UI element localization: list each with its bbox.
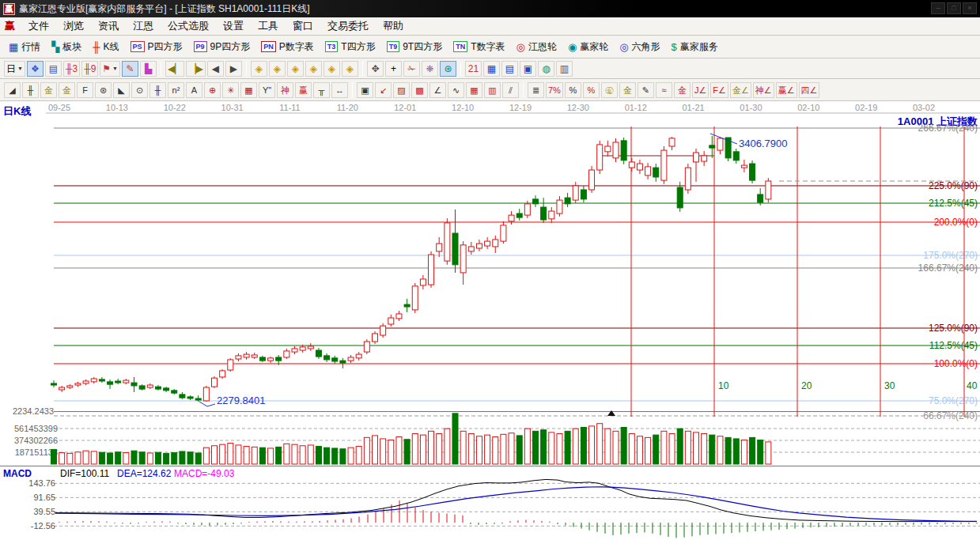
- menu-item-工具[interactable]: 工具: [251, 17, 286, 35]
- diamond-right-button[interactable]: ◈: [269, 61, 286, 77]
- candles: [51, 136, 771, 402]
- toolbar-item-9t-square[interactable]: T99T四方形: [381, 39, 448, 55]
- spiral-tool-button[interactable]: ⊛: [95, 82, 112, 98]
- crosshair-tool-button[interactable]: +: [385, 61, 402, 77]
- angle-tool-button[interactable]: ∠: [429, 82, 446, 98]
- gold-ruler-2-button[interactable]: 金: [59, 82, 75, 98]
- menu-item-交易委托[interactable]: 交易委托: [320, 17, 376, 35]
- toolbar-item-market-quotes[interactable]: ▦行情: [3, 39, 46, 55]
- scale-bars-button[interactable]: ≣: [528, 82, 544, 98]
- parallel-lines-button[interactable]: ⫽: [502, 82, 519, 98]
- toolbar-item-p-number-table[interactable]: PNP数字表: [255, 39, 320, 55]
- color-chart-button[interactable]: ▙: [140, 61, 157, 77]
- gold-lines-button[interactable]: 金: [619, 82, 636, 98]
- close-button[interactable]: ×: [963, 2, 977, 14]
- y-tool-button[interactable]: Y": [259, 82, 275, 98]
- web-tool-button[interactable]: ◍: [538, 61, 554, 77]
- box-grid-button[interactable]: ▩: [411, 82, 428, 98]
- star-grid-button[interactable]: ✳: [222, 82, 239, 98]
- next-page-button[interactable]: ▶: [225, 61, 242, 77]
- pen-plus-button[interactable]: ✎: [638, 82, 654, 98]
- chart-mode-button[interactable]: ❖: [27, 61, 44, 77]
- cut-tool-button[interactable]: ✁: [403, 61, 420, 77]
- gold-ruler-1-button[interactable]: 金: [40, 82, 57, 98]
- red-grid-button[interactable]: ▦: [466, 82, 482, 98]
- si-angle-button[interactable]: 四∠: [799, 82, 820, 98]
- fan-lines-button[interactable]: ↙: [375, 82, 392, 98]
- shen-ruler-button[interactable]: 神: [277, 82, 293, 98]
- toolbar-item-hexagon[interactable]: ◎六角形: [614, 39, 665, 55]
- toolbar-item-p-square[interactable]: PSP四方形: [125, 39, 188, 55]
- gold-angle-button[interactable]: 金∠: [730, 82, 751, 98]
- mirror-tool-button[interactable]: A: [186, 82, 202, 98]
- wave-tool-button[interactable]: ∿: [448, 82, 464, 98]
- menu-item-资讯[interactable]: 资讯: [91, 17, 126, 35]
- gold-circle-button[interactable]: ㊎: [601, 82, 618, 98]
- percent-7-button[interactable]: 7%: [546, 82, 563, 98]
- print-tool-button[interactable]: ▥: [556, 61, 573, 77]
- flag-tool-button[interactable]: ⚑▼: [100, 61, 120, 77]
- mark-tool-button[interactable]: ❈: [422, 61, 438, 77]
- toolbar-item-9p-square[interactable]: P99P四方形: [188, 39, 256, 55]
- diamond-center-button[interactable]: ◈: [305, 61, 322, 77]
- diamond-left-button[interactable]: ◈: [251, 61, 267, 77]
- ying-ruler-button[interactable]: 赢: [295, 82, 312, 98]
- period-selector-button[interactable]: 日▼: [4, 61, 25, 77]
- gold-red-button[interactable]: 金: [674, 82, 691, 98]
- pen-tool-button[interactable]: ◢: [4, 82, 21, 98]
- menu-item-浏览[interactable]: 浏览: [56, 17, 91, 35]
- brain-tool-button[interactable]: ⊛: [440, 61, 456, 77]
- toolbar-item-sector-blocks[interactable]: ▚板块: [46, 39, 87, 55]
- prev-page-button[interactable]: ◀: [207, 61, 224, 77]
- last-page-button[interactable]: ▕▶: [186, 61, 205, 77]
- ying-angle-button[interactable]: 赢∠: [776, 82, 797, 98]
- maximize-button[interactable]: □: [947, 2, 961, 14]
- menu-item-江恩[interactable]: 江恩: [126, 17, 161, 35]
- f-angle-button[interactable]: F∠: [710, 82, 728, 98]
- hand-tool-button[interactable]: ✥: [367, 61, 384, 77]
- menu-item-文件[interactable]: 文件: [21, 17, 56, 35]
- toolbar-item-t-number-table[interactable]: TNT数字表: [448, 39, 510, 55]
- calculator-tool-button[interactable]: ▦: [483, 61, 500, 77]
- menu-item-设置[interactable]: 设置: [216, 17, 251, 35]
- notes-tool-button[interactable]: ▤: [501, 61, 518, 77]
- toolbar-item-gann-wheel[interactable]: ◎江恩轮: [511, 39, 562, 55]
- toolbar-item-winner-wheel[interactable]: ◉赢家轮: [562, 39, 614, 55]
- diamond-expand-button[interactable]: ◈: [342, 61, 358, 77]
- ruler-tool-2-button[interactable]: ╫: [149, 82, 166, 98]
- web-grid-button[interactable]: ▦: [240, 82, 257, 98]
- menu-item-公式选股[interactable]: 公式选股: [161, 17, 216, 35]
- info-panel-button[interactable]: ▤: [45, 61, 62, 77]
- percent-button[interactable]: %: [565, 82, 581, 98]
- menu-item-窗口[interactable]: 窗口: [286, 17, 320, 35]
- k9-cycle-button[interactable]: ╫9: [81, 61, 98, 77]
- clock-circle-button[interactable]: ⊙: [131, 82, 148, 98]
- ruler-123-button[interactable]: ╥: [313, 82, 330, 98]
- n2-tool-button[interactable]: n²: [168, 82, 184, 98]
- f-ruler-button[interactable]: F: [77, 82, 93, 98]
- toolbar-item-t-square[interactable]: T3T四方形: [320, 39, 381, 55]
- box-select-button[interactable]: ▣: [357, 82, 373, 98]
- toolbar-item-kline[interactable]: ╫K线: [87, 39, 124, 55]
- save-tool-button[interactable]: ▣: [520, 61, 536, 77]
- grid-2-button[interactable]: ▥: [484, 82, 501, 98]
- menu-item-帮助[interactable]: 帮助: [376, 17, 411, 35]
- diamond-h-button[interactable]: ◈: [287, 61, 304, 77]
- kline-chart-canvas[interactable]: 09-2510-1310-2210-3111-1111-2012-0112-10…: [0, 101, 980, 540]
- shen-angle-button[interactable]: 神∠: [753, 82, 774, 98]
- calendar-tool-button[interactable]: 21: [465, 61, 482, 77]
- minimize-button[interactable]: –: [931, 2, 945, 14]
- first-page-button[interactable]: ◀▏: [165, 61, 184, 77]
- j-angle-button[interactable]: J∠: [692, 82, 709, 98]
- channel-tool-button[interactable]: ≈: [656, 82, 672, 98]
- diamond-plus-button[interactable]: ◈: [324, 61, 340, 77]
- box-diag-button[interactable]: ▨: [393, 82, 410, 98]
- toolbar-item-winner-service[interactable]: $赢家服务: [666, 39, 724, 55]
- k3-cycle-button[interactable]: ╫3: [63, 61, 80, 77]
- ruler-tool-button[interactable]: ╫: [22, 82, 39, 98]
- compass-tool-button[interactable]: ⊕: [204, 82, 221, 98]
- h-resize-button[interactable]: ↔: [331, 82, 348, 98]
- edit-tool-button[interactable]: ✎: [122, 61, 138, 77]
- percent-line-button[interactable]: %: [583, 82, 600, 98]
- pen-tool-2-button[interactable]: ◣: [113, 82, 130, 98]
